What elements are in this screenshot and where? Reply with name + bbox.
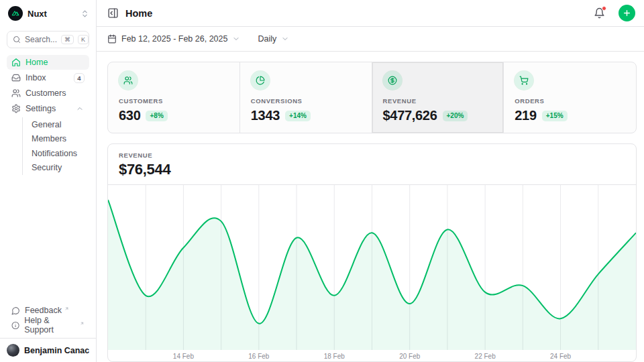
help-support-label: Help & Support (24, 316, 77, 335)
chart-metric-value: $76,544 (119, 161, 625, 178)
subnav-label: General (32, 120, 61, 129)
sidebar-item-home[interactable]: Home (7, 55, 89, 70)
subnav-label: Security (32, 163, 62, 172)
sidebar-item-inbox[interactable]: Inbox 4 (7, 70, 89, 85)
team-switcher[interactable]: Nuxt (0, 0, 96, 25)
x-axis-tick-label: 14 Feb (173, 353, 194, 360)
stat-label: CUSTOMERS (119, 97, 229, 105)
sidebar-nav: Home Inbox 4 Customers Settings General … (0, 55, 96, 175)
chevron-down-icon (232, 35, 240, 43)
x-axis-tick-label: 20 Feb (399, 353, 420, 360)
sidebar-item-settings[interactable]: Settings (7, 101, 89, 116)
add-button[interactable] (619, 5, 635, 21)
kbd-meta: ⌘ (61, 35, 74, 45)
stat-label: CONVERSIONS (251, 97, 361, 105)
sidebar-item-label: Inbox (25, 73, 69, 82)
chart-canvas (108, 185, 636, 350)
sidebar-item-members[interactable]: Members (23, 132, 89, 147)
chart-header: REVENUE $76,544 (108, 144, 636, 185)
stat-value: 219 (515, 108, 536, 123)
chevrons-up-down-icon (80, 9, 89, 18)
subnav-label: Notifications (32, 149, 77, 158)
nuxt-logo-icon (8, 6, 23, 21)
users-icon (123, 76, 133, 85)
x-axis-tick-label: 22 Feb (475, 353, 496, 360)
circle-dollar-icon (388, 76, 397, 85)
chart-metric-label: REVENUE (119, 152, 625, 159)
stats-row: CUSTOMERS 630 +8% CONVERSIONS 1343 +14% (107, 62, 637, 133)
chart-x-axis: 14 Feb16 Feb18 Feb20 Feb22 Feb24 Feb (108, 350, 636, 362)
sidebar-item-general[interactable]: General (23, 117, 89, 132)
stat-card-conversions[interactable]: CONVERSIONS 1343 +14% (240, 62, 372, 133)
x-axis-tick-label: 24 Feb (550, 353, 571, 360)
users-icon (11, 88, 21, 98)
sidebar-item-label: Settings (25, 104, 70, 113)
sidebar-item-customers[interactable]: Customers (7, 86, 89, 101)
top-header: Home (97, 0, 644, 27)
sidebar-item-label: Home (25, 58, 85, 67)
brand-name: Nuxt (28, 9, 76, 19)
search-placeholder: Search... (25, 35, 57, 44)
date-range-picker[interactable]: Feb 12, 2025 - Feb 26, 2025 (107, 34, 240, 44)
filter-bar: Feb 12, 2025 - Feb 26, 2025 Daily (97, 27, 644, 52)
granularity-select[interactable]: Daily (258, 34, 289, 44)
user-name: Benjamin Canac (24, 346, 89, 355)
stat-label: ORDERS (515, 97, 625, 105)
notifications-button[interactable] (594, 7, 605, 19)
x-axis-tick-label: 18 Feb (324, 353, 345, 360)
home-icon (11, 58, 21, 67)
pie-chart-icon (256, 76, 265, 85)
settings-subnav: General Members Notifications Security (22, 117, 89, 175)
chevron-down-icon (281, 35, 289, 43)
user-menu[interactable]: Benjamin Canac (0, 338, 96, 362)
sidebar-spacer (0, 175, 96, 300)
sidebar-item-notifications[interactable]: Notifications (23, 146, 89, 161)
inbox-count-badge: 4 (74, 73, 85, 83)
subnav-label: Members (32, 134, 66, 143)
stat-card-orders[interactable]: ORDERS 219 +15% (504, 62, 636, 133)
stat-card-customers[interactable]: CUSTOMERS 630 +8% (108, 62, 240, 133)
sidebar: Nuxt Search... ⌘ K Home Inbox 4 Customer… (0, 0, 97, 362)
sidebar-item-security[interactable]: Security (23, 161, 89, 176)
stat-delta-badge: +14% (285, 111, 311, 121)
notification-dot (602, 6, 606, 11)
gear-icon (11, 104, 21, 113)
external-link-icon (80, 321, 85, 326)
x-axis-tick-label: 16 Feb (248, 353, 269, 360)
info-circle-icon (11, 321, 19, 330)
stat-card-revenue[interactable]: REVENUE $477,626 +20% (372, 62, 504, 133)
message-bubble-icon (11, 306, 20, 315)
stat-delta-badge: +8% (146, 111, 167, 121)
search-input[interactable]: Search... ⌘ K (7, 31, 89, 48)
external-link-icon (64, 306, 69, 311)
date-range-value: Feb 12, 2025 - Feb 26, 2025 (121, 34, 227, 44)
app-window: Nuxt Search... ⌘ K Home Inbox 4 Customer… (0, 0, 644, 362)
kbd-k: K (78, 35, 89, 45)
panel-left-close-icon (107, 7, 119, 19)
page-title: Home (125, 8, 587, 19)
collapse-sidebar-button[interactable] (107, 7, 119, 19)
chevron-up-icon[interactable] (75, 105, 85, 113)
stat-delta-badge: +15% (542, 111, 568, 121)
help-support-link[interactable]: Help & Support (7, 318, 89, 333)
user-avatar (7, 344, 19, 357)
shopping-cart-icon (519, 76, 529, 85)
stat-label: REVENUE (383, 97, 493, 105)
granularity-value: Daily (258, 34, 276, 44)
stat-value: $477,626 (383, 108, 437, 123)
plus-icon (623, 9, 631, 17)
sidebar-footer: Feedback Help & Support (0, 300, 96, 338)
content-area: CUSTOMERS 630 +8% CONVERSIONS 1343 +14% (97, 52, 644, 362)
inbox-icon (11, 73, 21, 82)
calendar-icon (107, 34, 117, 44)
main-panel: Home Feb 12, 2025 - Feb 26, 2025 Daily (97, 0, 644, 362)
feedback-label: Feedback (25, 306, 62, 315)
revenue-chart-card: REVENUE $76,544 14 Feb16 Feb18 Feb20 Feb… (107, 143, 637, 362)
stat-value: 1343 (251, 108, 280, 123)
stat-value: 630 (119, 108, 140, 123)
stat-delta-badge: +20% (443, 111, 468, 121)
search-icon (13, 36, 21, 44)
sidebar-item-label: Customers (25, 88, 85, 98)
revenue-area-chart[interactable]: 14 Feb16 Feb18 Feb20 Feb22 Feb24 Feb (108, 185, 636, 362)
